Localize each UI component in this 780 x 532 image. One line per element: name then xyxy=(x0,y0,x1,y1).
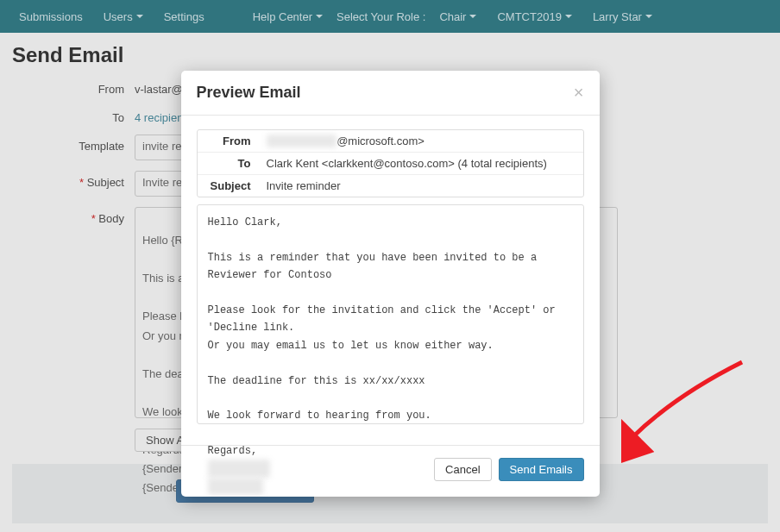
meta-subject-value: Invite reminder xyxy=(260,175,583,197)
meta-to-value: Clark Kent <clarkkent@contoso.com> (4 to… xyxy=(260,153,583,174)
meta-to-label: To xyxy=(198,153,260,174)
meta-subject-label: Subject xyxy=(198,175,260,197)
close-icon[interactable]: × xyxy=(574,83,584,103)
modal-title: Preview Email xyxy=(197,84,301,102)
redacted-signature-1: xxxxx xxxx xyxy=(208,460,270,477)
preview-body: Hello Clark, This is a reminder that you… xyxy=(197,204,584,424)
redacted-name: xxxxxxx xxxxx xyxy=(267,135,337,147)
meta-from-label: From xyxy=(198,130,260,152)
cancel-button[interactable]: Cancel xyxy=(434,458,491,481)
meta-from-value: xxxxxxx xxxxx@microsoft.com> xyxy=(260,130,583,152)
send-emails-button[interactable]: Send Emails xyxy=(499,458,584,481)
redacted-signature-2: xxxx xxxx xyxy=(208,478,264,495)
preview-email-modal: Preview Email × From xxxxxxx xxxxx@micro… xyxy=(181,71,600,497)
preview-meta: From xxxxxxx xxxxx@microsoft.com> To Cla… xyxy=(197,129,584,197)
modal-overlay: Preview Email × From xxxxxxx xxxxx@micro… xyxy=(0,0,780,532)
